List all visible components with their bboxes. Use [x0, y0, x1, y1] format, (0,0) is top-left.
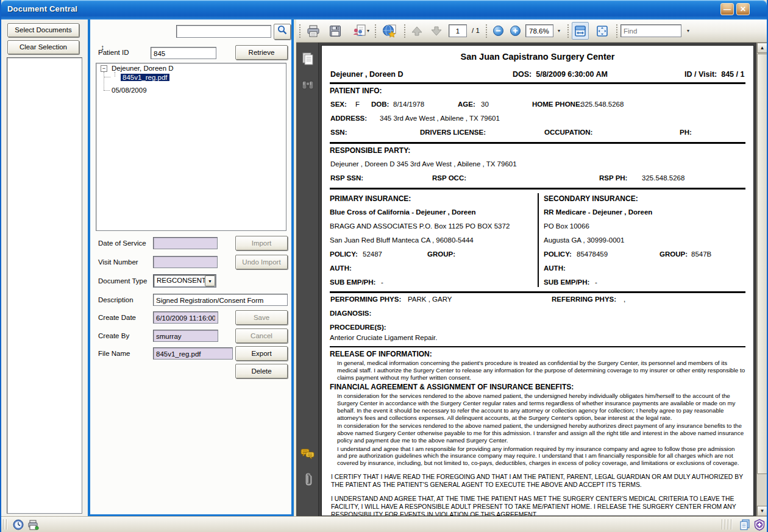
- title-bar[interactable]: Document Central — ✕: [1, 0, 767, 20]
- secondary-policy-label: POLICY:: [544, 250, 572, 258]
- save-file-button[interactable]: [327, 22, 344, 40]
- comments-panel-button[interactable]: [300, 446, 315, 461]
- zoom-in-button[interactable]: [507, 22, 523, 40]
- document-type-dropdown-button[interactable]: ▼: [205, 275, 215, 286]
- create-by-input[interactable]: [154, 331, 218, 342]
- certify-text: I CERTIFY THAT I HAVE READ THE FOREGOING…: [331, 473, 745, 489]
- description-box[interactable]: [153, 294, 288, 306]
- primary-policy-value: 52487: [363, 250, 382, 258]
- primary-insurance-heading: PRIMARY INSURANCE:: [330, 194, 533, 203]
- visit-number-box[interactable]: [153, 256, 218, 268]
- document-type-combo[interactable]: REGCONSENT ▼: [153, 274, 216, 288]
- address-value: 345 3rd Ave West , Abilene , TX 79601: [380, 115, 500, 122]
- security-badge-button[interactable]: [753, 519, 766, 531]
- tree-expand-toggle[interactable]: −: [101, 65, 107, 72]
- create-by-label: Create By: [98, 332, 129, 339]
- search-panel-button[interactable]: [300, 77, 315, 92]
- fit-width-button[interactable]: [572, 22, 589, 40]
- scroll-up-button[interactable]: ▲: [757, 43, 767, 53]
- text-cursor-icon: ↕: [101, 43, 105, 52]
- secondary-auth-row: AUTH:: [544, 264, 745, 273]
- select-documents-button[interactable]: Select Documents: [7, 23, 79, 37]
- cancel-button[interactable]: Cancel: [235, 328, 288, 343]
- page-number-box[interactable]: 1: [449, 24, 467, 37]
- export-dropdown-arrow-icon: ▾: [367, 28, 369, 34]
- copy-pages-button[interactable]: [739, 519, 751, 531]
- search-icon: [277, 24, 288, 35]
- selected-documents-list[interactable]: [7, 57, 82, 514]
- print-status-button[interactable]: [27, 519, 39, 531]
- find-dropdown-button[interactable]: ▾: [684, 22, 692, 40]
- history-clock-button[interactable]: [12, 519, 24, 531]
- search-box[interactable]: [176, 25, 271, 38]
- secondary-sub-label: SUB EMP/PH:: [544, 278, 589, 286]
- tree-node-date[interactable]: 05/08/2009: [112, 87, 147, 94]
- search-input[interactable]: [177, 26, 271, 38]
- visit-number-input[interactable]: [154, 257, 217, 268]
- scrollbar-thumb[interactable]: [757, 54, 767, 474]
- attachments-panel-button[interactable]: [300, 472, 315, 487]
- document-index-panel: Patient ID ↕ Retrieve − Dejeuner, Doreen…: [88, 20, 294, 516]
- document-scrollbar[interactable]: ▲ ▼: [756, 43, 767, 516]
- status-bar: [1, 516, 767, 532]
- zoom-out-button[interactable]: [490, 22, 506, 40]
- tree-connector: [104, 72, 104, 90]
- pages-panel-button[interactable]: [300, 51, 315, 66]
- web-view-button[interactable]: [379, 22, 400, 40]
- up-arrow-icon: [411, 26, 423, 37]
- window-title: Document Central: [7, 4, 77, 13]
- statusbar-grip: [3, 519, 7, 530]
- minimize-button[interactable]: —: [720, 3, 734, 15]
- delete-button[interactable]: Delete: [235, 364, 288, 378]
- undo-import-button[interactable]: Undo Import: [235, 255, 288, 269]
- file-name-box[interactable]: [153, 347, 233, 360]
- find-input[interactable]: [621, 26, 681, 37]
- file-name-input[interactable]: [154, 349, 232, 360]
- responsible-party-line: Dejeuner , Doreen D 345 3rd Ave West , A…: [330, 160, 745, 169]
- page-total-label: / 1: [472, 27, 480, 34]
- date-of-service-box[interactable]: [153, 237, 218, 249]
- create-date-box[interactable]: [153, 311, 218, 324]
- create-by-box[interactable]: [153, 330, 218, 342]
- patient-name: Dejeuner , Doreen D: [330, 70, 403, 79]
- export-button[interactable]: Export: [235, 346, 288, 361]
- patient-id-input[interactable]: [151, 48, 216, 59]
- primary-group-label: GROUP:: [427, 250, 455, 258]
- rsp-occ-label: RSP OCC:: [432, 174, 466, 182]
- print-button[interactable]: [305, 22, 322, 40]
- description-label: Description: [98, 296, 133, 303]
- create-date-input[interactable]: [154, 313, 218, 324]
- description-input[interactable]: [154, 295, 287, 306]
- status-printer-icon: [27, 520, 39, 530]
- responsible-party-value: Dejeuner , Doreen D 345 3rd Ave West , A…: [330, 160, 517, 168]
- procedures-heading: PROCEDURE(S):: [330, 324, 745, 332]
- document-title: San Juan Capistrano Surgery Center: [330, 52, 745, 62]
- find-box[interactable]: [620, 24, 681, 37]
- scroll-down-button[interactable]: ▼: [757, 506, 767, 516]
- date-of-service-input[interactable]: [154, 238, 217, 249]
- save-button[interactable]: Save: [235, 310, 288, 325]
- patient-id-box[interactable]: [151, 47, 216, 59]
- search-button[interactable]: [274, 24, 291, 40]
- financial-paragraph-3: I understand and agree that I am respons…: [337, 445, 745, 467]
- retrieve-button[interactable]: Retrieve: [235, 45, 288, 60]
- statusbar-resize-grip[interactable]: [722, 519, 732, 530]
- tree-node-file[interactable]: 845v1_reg.pdf: [121, 74, 169, 81]
- previous-page-button[interactable]: [408, 22, 425, 40]
- toolbar-separator: [616, 24, 619, 38]
- clear-selection-button[interactable]: Clear Selection: [7, 40, 79, 54]
- tree-node-patient[interactable]: Dejeuner, Doreen D: [112, 65, 174, 72]
- dob-label: DOB:: [371, 101, 389, 108]
- export-document-button[interactable]: ▾: [349, 22, 373, 40]
- close-button[interactable]: ✕: [736, 3, 750, 15]
- zoom-level-box[interactable]: 78.6%: [525, 24, 553, 37]
- fit-page-button[interactable]: [594, 22, 611, 40]
- toolbar-separator: [374, 24, 377, 38]
- document-tree[interactable]: − Dejeuner, Doreen D 845v1_reg.pdf 05/08…: [96, 63, 286, 231]
- document-page[interactable]: San Juan Capistrano Surgery Center Dejeu…: [321, 45, 754, 516]
- toolbar-grip[interactable]: [299, 24, 302, 38]
- next-page-button[interactable]: [428, 22, 445, 40]
- import-button[interactable]: Import: [235, 236, 288, 250]
- ssn-label: SSN:: [330, 129, 347, 136]
- zoom-dropdown-button[interactable]: ▾: [555, 22, 563, 40]
